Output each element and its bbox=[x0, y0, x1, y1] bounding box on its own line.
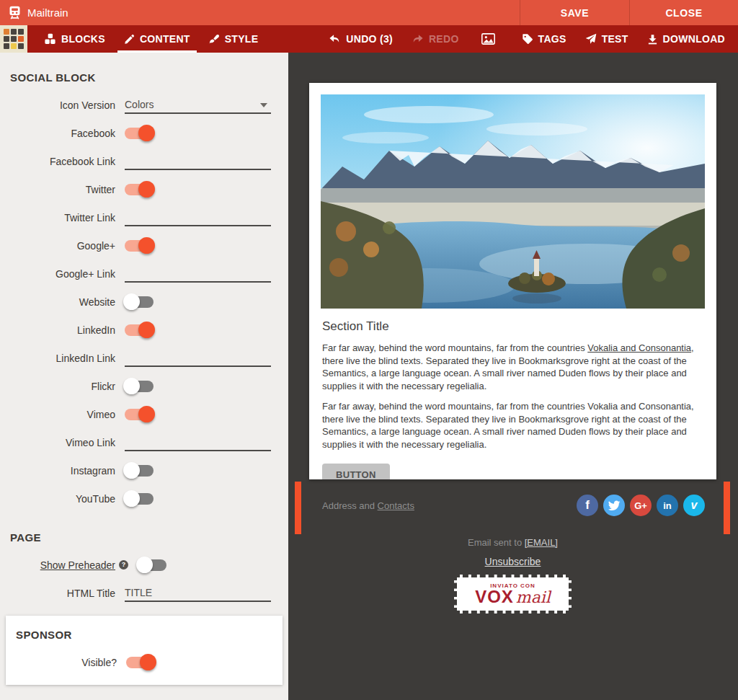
html-title-input-value: TITLE bbox=[125, 587, 152, 598]
unsubscribe-line: Unsubscribe bbox=[309, 556, 716, 567]
field-label-html-title: HTML Title bbox=[0, 588, 115, 599]
tag-icon bbox=[522, 33, 533, 45]
tags-button[interactable]: TAGS bbox=[512, 25, 576, 53]
field-label-twitter: Twitter bbox=[0, 184, 115, 195]
panel-row-facebook: Facebook bbox=[0, 119, 288, 147]
chevron-down-icon bbox=[260, 103, 267, 107]
sent-to-line: Email sent to [EMAIL] bbox=[309, 537, 716, 548]
tab-content[interactable]: CONTENT bbox=[115, 25, 200, 53]
youtube-toggle[interactable] bbox=[125, 493, 154, 505]
vimeo-toggle[interactable] bbox=[125, 409, 154, 420]
block-selection-handle-left[interactable] bbox=[295, 482, 301, 534]
twitter-link-input[interactable] bbox=[125, 209, 271, 226]
tab-blocks[interactable]: BLOCKS bbox=[35, 25, 115, 53]
panel-row-google: Google+ bbox=[0, 231, 288, 260]
redo-label: REDO bbox=[429, 33, 459, 45]
settings-panel: SOCIAL BLOCKIcon VersionColorsFacebookFa… bbox=[0, 53, 288, 700]
field-label-flickr: Flickr bbox=[0, 381, 115, 392]
gallery-icon[interactable] bbox=[473, 25, 504, 53]
toggle-knob bbox=[138, 237, 155, 254]
field-label-google: Google+ bbox=[0, 240, 115, 252]
block-selection-handle-right[interactable] bbox=[724, 482, 730, 534]
paragraph-2[interactable]: Far far away, behind the word mountains,… bbox=[322, 400, 703, 451]
panel-row-visible: Visible? bbox=[6, 648, 283, 676]
field-label-website: Website bbox=[0, 296, 115, 308]
facebook-icon[interactable]: f bbox=[577, 495, 598, 516]
twitter-icon[interactable] bbox=[603, 495, 625, 516]
control-linkedin bbox=[125, 324, 271, 336]
googleplus-icon[interactable]: G+ bbox=[630, 495, 652, 516]
linkedin-icon[interactable]: in bbox=[657, 495, 678, 516]
icon-version-select[interactable]: Colors bbox=[125, 97, 271, 114]
google-toggle[interactable] bbox=[125, 240, 154, 252]
email-cta-button[interactable]: BUTTON bbox=[322, 464, 390, 479]
facebook-link-input[interactable] bbox=[125, 153, 271, 170]
voxmail-logo: VOX mail bbox=[475, 589, 551, 606]
panel-row-instagram: Instagram bbox=[0, 456, 288, 484]
panel-row-icon-version: Icon VersionColors bbox=[0, 91, 288, 119]
facebook-toggle[interactable] bbox=[125, 128, 154, 139]
vimeo-link-input[interactable] bbox=[125, 434, 271, 451]
download-button[interactable]: DOWNLOAD bbox=[638, 25, 738, 53]
section-title[interactable]: Section Title bbox=[322, 319, 703, 334]
toggle-knob bbox=[140, 654, 156, 670]
linkedin-link-input[interactable] bbox=[125, 350, 271, 367]
google-link-input[interactable] bbox=[125, 265, 271, 283]
toggle-knob bbox=[136, 557, 153, 573]
field-label-linkedin-link: LinkedIn Link bbox=[0, 353, 115, 364]
tab-style-label: STYLE bbox=[225, 33, 259, 45]
save-button[interactable]: SAVE bbox=[520, 0, 629, 25]
hero-image[interactable] bbox=[321, 94, 705, 309]
app-title: Mailtrain bbox=[27, 6, 68, 19]
control-vimeo bbox=[125, 409, 271, 420]
control-google bbox=[125, 240, 271, 252]
mosaico-logo bbox=[0, 25, 27, 53]
toggle-knob bbox=[123, 490, 140, 507]
email-token-link[interactable]: [EMAIL] bbox=[525, 537, 558, 548]
test-button[interactable]: TEST bbox=[576, 25, 638, 53]
undo-button[interactable]: UNDO (3) bbox=[319, 25, 402, 53]
p1-link[interactable]: Vokalia and Consonantia bbox=[587, 342, 691, 353]
paragraph-1[interactable]: Far far away, behind the word mountains,… bbox=[322, 342, 703, 392]
voxmail-sponsor-stamp[interactable]: INVIATO CON VOX mail bbox=[454, 575, 572, 613]
field-label-vimeo: Vimeo bbox=[0, 409, 115, 420]
vimeo-icon[interactable]: v bbox=[683, 495, 705, 516]
unsubscribe-link[interactable]: Unsubscribe bbox=[485, 556, 541, 567]
section-title-page: PAGE bbox=[10, 531, 288, 544]
visible-toggle[interactable] bbox=[126, 657, 155, 668]
help-icon[interactable]: ? bbox=[119, 560, 128, 570]
html-title-input[interactable]: TITLE bbox=[125, 585, 271, 602]
panel-row-youtube: YouTube bbox=[0, 484, 288, 513]
field-label-google-link: Google+ Link bbox=[0, 268, 115, 280]
linkedin-toggle[interactable] bbox=[125, 324, 154, 336]
contacts-link[interactable]: Contacts bbox=[378, 500, 414, 511]
website-toggle[interactable] bbox=[125, 296, 154, 308]
field-label-vimeo-link: Vimeo Link bbox=[0, 437, 115, 448]
instagram-toggle[interactable] bbox=[125, 465, 154, 477]
show-preheader-toggle[interactable] bbox=[138, 559, 166, 571]
tags-label: TAGS bbox=[538, 33, 566, 45]
brush-icon bbox=[209, 34, 220, 45]
mailtrain-train-icon bbox=[7, 5, 22, 20]
sponsor-section-card: SPONSORVisible? bbox=[6, 616, 283, 685]
panel-row-linkedin-link: LinkedIn Link bbox=[0, 344, 288, 372]
control-instagram bbox=[125, 465, 271, 477]
field-label-show-preheader[interactable]: Show Preheader bbox=[0, 559, 115, 571]
redo-button[interactable]: REDO bbox=[402, 25, 468, 53]
close-button[interactable]: CLOSE bbox=[629, 0, 738, 25]
tab-style[interactable]: STYLE bbox=[200, 25, 268, 53]
toggle-knob bbox=[138, 125, 155, 141]
toggle-knob bbox=[123, 293, 140, 310]
icon-version-select-value: Colors bbox=[125, 99, 154, 110]
control-google-link bbox=[125, 265, 271, 283]
field-label-twitter-link: Twitter Link bbox=[0, 212, 115, 223]
tab-content-label: CONTENT bbox=[140, 33, 190, 45]
address-prefix: Address and bbox=[322, 500, 378, 511]
panel-row-show-preheader: Show Preheader? bbox=[0, 551, 288, 579]
email-footer-block[interactable]: Address and Contacts fG+inv bbox=[322, 495, 705, 516]
flickr-toggle[interactable] bbox=[125, 381, 154, 392]
toggle-knob bbox=[138, 406, 155, 422]
control-html-title: TITLE bbox=[125, 585, 271, 602]
undo-label: UNDO (3) bbox=[346, 33, 393, 45]
twitter-toggle[interactable] bbox=[125, 184, 154, 195]
